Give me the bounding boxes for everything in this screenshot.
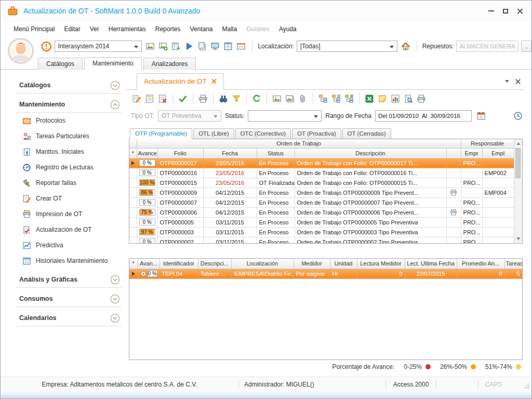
column-header-medidor[interactable]: Medidor <box>294 259 330 269</box>
column-header-lectura-medidor[interactable]: Lectura Medidor <box>357 259 405 269</box>
close-button[interactable] <box>513 5 527 17</box>
sidebar-item-tareas-particulares[interactable]: Tareas Particulares <box>16 128 122 144</box>
order-row[interactable]: 75 %OTP0000000604/12/2015En ProcesoOrden… <box>129 207 514 217</box>
column-header-localizacion[interactable]: Localización <box>231 259 294 269</box>
order-row[interactable]: 86 %OTP0000000904/12/2015En ProcesoOrden… <box>129 188 514 197</box>
sidebar-item-actualizacion-de-ot[interactable]: Actualización de OT <box>16 222 122 237</box>
order-row[interactable]: 0 %OTP0000001623/05/2016En ProcesoOrden … <box>129 168 514 178</box>
status-dropdown[interactable] <box>248 110 322 122</box>
resize-grip[interactable] <box>523 382 529 389</box>
refresh-icon[interactable] <box>251 93 262 104</box>
sidebar-item-impresion-de-ot[interactable]: Impresion de OT <box>16 206 122 222</box>
tab-analizadores[interactable]: Analizadores <box>143 58 196 70</box>
excel-icon[interactable] <box>364 93 375 104</box>
tab-list-chevron-icon[interactable] <box>505 80 509 85</box>
order-row[interactable]: 0 %OTP000000503/11/2015En ProcesoOrden d… <box>129 217 514 227</box>
rango-fecha-input[interactable] <box>375 110 472 122</box>
menu-ventana[interactable]: Ventana <box>185 23 217 35</box>
photo-add-icon[interactable] <box>157 41 169 52</box>
order-row[interactable]: 97 %OTP000000303/11/2015En ProcesoOrden … <box>129 227 514 237</box>
column-header-empr[interactable]: Empr <box>461 148 482 158</box>
tree-collapse-icon[interactable] <box>330 93 342 104</box>
order-row[interactable]: 0 %OTP000000203/11/2015En ProcesoOrden d… <box>129 237 514 244</box>
sidebar-item-protocolos[interactable]: Protocolos <box>16 113 122 128</box>
menu-menu-principal[interactable]: Menú Principal <box>9 23 59 35</box>
expand-down-icon[interactable] <box>110 275 120 285</box>
expand-detail-icon[interactable] <box>140 271 147 277</box>
print-icon[interactable] <box>416 93 427 104</box>
picture2-icon[interactable] <box>284 93 296 104</box>
column-header-promedio-an[interactable]: Promedio An... <box>457 259 504 269</box>
column-header-fecha[interactable]: Fecha <box>203 148 257 158</box>
order-row[interactable]: 100 %OTP0000001523/05/2016OT FinalizadaO… <box>129 178 514 188</box>
scroll-down-icon[interactable] <box>514 235 522 243</box>
column-header-status[interactable]: Status <box>257 148 295 158</box>
ledger-icon[interactable] <box>222 41 234 52</box>
collapse-up-icon[interactable] <box>110 100 120 110</box>
tree-new-icon[interactable] <box>317 93 329 104</box>
binoculars-icon[interactable] <box>218 93 229 104</box>
column-header-unidad[interactable]: Unidad <box>330 259 357 269</box>
grid-tab-otp-programable[interactable]: OTP (Programable) <box>130 128 192 139</box>
grid-icon[interactable] <box>235 41 247 52</box>
print-icon[interactable] <box>197 93 209 104</box>
sheet-icon[interactable] <box>144 93 155 104</box>
minimize-button[interactable] <box>484 5 498 17</box>
grid-tab-ot-cerradas[interactable]: OT (Cerradas) <box>342 128 391 139</box>
preview-icon[interactable] <box>403 93 414 104</box>
expand-down-icon[interactable] <box>110 81 120 90</box>
note-icon[interactable] <box>377 93 388 104</box>
grid-tab-otc-correctivo[interactable]: OTC (Correctivo) <box>235 128 291 139</box>
tab-close-icon[interactable] <box>212 79 217 84</box>
home-icon[interactable] <box>400 41 411 52</box>
column-header-icon[interactable] <box>446 148 461 158</box>
warning-icon[interactable] <box>41 41 52 52</box>
column-header-identificador[interactable]: Identificador <box>159 259 198 269</box>
calendar-icon[interactable] <box>475 110 487 122</box>
maximize-button[interactable] <box>498 5 513 17</box>
equipment-row[interactable]: 0 %TEPL04Tablero ...\EMPRESA\Distrito Fe… <box>129 269 522 278</box>
check-icon[interactable] <box>177 93 189 104</box>
document-tab[interactable]: Actualización de OT <box>137 73 224 90</box>
scroll-up-icon[interactable] <box>514 140 522 148</box>
menu-ayuda[interactable]: Ayuda <box>274 23 301 35</box>
tree-expand-icon[interactable] <box>343 93 355 104</box>
expand-down-icon[interactable] <box>110 313 120 323</box>
report-icon[interactable] <box>390 93 401 104</box>
avatar[interactable] <box>8 38 34 64</box>
column-header-avan[interactable]: Avan... <box>138 259 159 269</box>
repuestos-browse-button[interactable]: .. <box>521 41 531 52</box>
menu-malla[interactable]: Malla <box>218 23 242 35</box>
menu-editar[interactable]: Editar <box>59 23 85 35</box>
sidebar-section-calendarios[interactable]: Calendarios <box>16 310 122 326</box>
copy-icon[interactable] <box>196 41 208 52</box>
grid-tab-otl-libre[interactable]: OTL (Libre) <box>193 128 234 139</box>
column-header-descripcion[interactable]: Descripción <box>295 148 446 158</box>
menu-ver[interactable]: Ver <box>85 23 104 35</box>
grid-tab-ot-proactiva[interactable]: OT (Proactiva) <box>292 128 341 139</box>
tab-mantenimiento[interactable]: Mantenimiento <box>84 57 142 70</box>
sidebar-item-reportar-fallas[interactable]: Reportar fallas <box>16 175 122 191</box>
column-header-tareas[interactable]: Tareas <box>504 259 522 269</box>
vertical-scrollbar[interactable] <box>514 139 522 243</box>
filter-icon[interactable] <box>231 93 242 104</box>
sidebar-item-historiales-mantenimiento[interactable]: Historiales Mantenimiento <box>16 253 122 269</box>
expand-down-icon[interactable] <box>110 294 120 304</box>
run-icon[interactable] <box>183 41 195 52</box>
company-dropdown[interactable]: Interasystem 2014 <box>55 41 142 52</box>
sidebar-section-consumos[interactable]: Consumos <box>16 291 122 307</box>
monitor-icon[interactable] <box>209 41 221 52</box>
photo-icon[interactable] <box>271 93 283 104</box>
tab-close-all-icon[interactable] <box>515 79 521 84</box>
paperclip-icon[interactable] <box>297 93 309 104</box>
tab-catalogos[interactable]: Catálogos <box>38 58 83 70</box>
sidebar-section-catalogos[interactable]: Catálogos <box>16 77 122 94</box>
clock-icon[interactable] <box>512 110 524 122</box>
column-header-folio[interactable]: Folio <box>157 148 203 158</box>
sidebar-section-analisis-y-graficas[interactable]: Análisis y Gráficas <box>16 272 122 288</box>
sidebar-item-registro-de-lecturas[interactable]: Registro de Lecturas <box>16 159 122 175</box>
table-export-icon[interactable] <box>170 41 182 52</box>
sidebar-item-predictiva[interactable]: Predictiva <box>16 237 122 253</box>
photo-icon[interactable] <box>144 41 156 52</box>
menu-herramientas[interactable]: Herramientas <box>104 23 151 35</box>
